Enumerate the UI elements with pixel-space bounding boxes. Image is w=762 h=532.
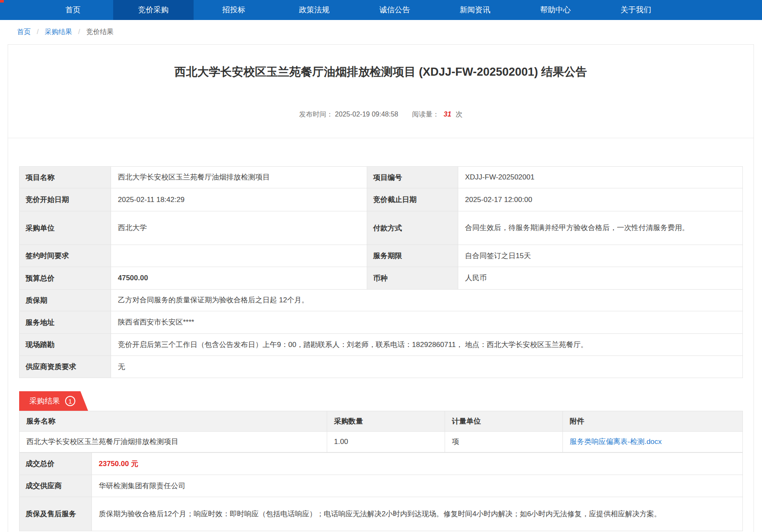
- table-row: 服务地址 陕西省西安市长安区****: [20, 311, 743, 334]
- warranty-label: 质保期: [20, 290, 111, 311]
- unit-cell: 项: [445, 432, 563, 452]
- nav-item-news[interactable]: 新闻资讯: [435, 0, 515, 20]
- table-row: 现场踏勘 竞价开启后第三个工作日（包含公告发布日）上午9：00，踏勘联系人：刘老…: [20, 334, 743, 356]
- quantity-header: 采购数量: [327, 411, 445, 432]
- deal-total-label: 成交总价: [20, 453, 92, 475]
- deal-supplier-value: 华研检测集团有限责任公司: [92, 475, 743, 497]
- site-visit-value: 竞价开启后第三个工作日（包含公告发布日）上午9：00，踏勘联系人：刘老师，联系电…: [111, 334, 743, 356]
- service-name-cell: 西北大学长安校区玉兰苑餐厅油烟排放检测项目: [20, 432, 327, 452]
- service-address-value: 陕西省西安市长安区****: [111, 311, 743, 334]
- project-code-label: 项目编号: [367, 167, 458, 188]
- service-period-label: 服务期限: [367, 245, 458, 267]
- breadcrumb-current: 竞价结果: [86, 28, 114, 35]
- corner-red-mark: [0, 0, 4, 3]
- top-navbar: 首页 竞价采购 招投标 政策法规 诚信公告 新闻资讯 帮助中心 关于我们: [0, 0, 762, 20]
- table-row: 签约时间要求 服务期限 自合同签订之日15天: [20, 245, 743, 267]
- nav-item-bidding-purchase[interactable]: 竞价采购: [113, 0, 194, 20]
- breadcrumb-separator: /: [78, 28, 80, 35]
- attachment-header: 附件: [563, 411, 743, 432]
- publish-time-label: 发布时间：: [299, 111, 333, 118]
- views-unit: 次: [456, 111, 462, 118]
- table-header-row: 服务名称 采购数量 计量单位 附件: [20, 411, 743, 432]
- breadcrumb-home-link[interactable]: 首页: [17, 28, 31, 35]
- deal-supplier-label: 成交供应商: [20, 475, 92, 497]
- table-row: 供应商资质要求 无: [20, 356, 743, 378]
- table-row: 质保及售后服务 质保期为验收合格后12个月；响应时效：即时响应（包括电话响应）；…: [20, 497, 743, 531]
- quantity-cell: 1.00: [327, 432, 445, 452]
- project-name-value: 西北大学长安校区玉兰苑餐厅油烟排放检测项目: [111, 167, 367, 188]
- service-address-label: 服务地址: [20, 311, 111, 334]
- breadcrumb: 首页 / 采购结果 / 竞价结果: [17, 27, 762, 37]
- bid-start-label: 竞价开始日期: [20, 188, 111, 211]
- page: { "colors": { "nav_blue": "#0d68be", "na…: [0, 0, 762, 532]
- breadcrumb-separator: /: [37, 28, 38, 35]
- payment-value: 合同生效后，待服务期满并经甲方验收合格后，一次性付清服务费用。: [458, 211, 743, 245]
- publish-info: 发布时间： 2025-02-19 09:48:58 阅读量： 31 次: [8, 110, 753, 119]
- qualification-label: 供应商资质要求: [20, 356, 111, 378]
- publish-time-value: 2025-02-19 09:48:58: [335, 111, 398, 118]
- unit-header: 计量单位: [445, 411, 563, 432]
- budget-value: 47500.00: [111, 267, 367, 290]
- views-count: 31: [444, 111, 451, 118]
- aftersale-value: 质保期为验收合格后12个月；响应时效：即时响应（包括电话响应）；电话响应无法解决…: [92, 497, 743, 531]
- project-code-value: XDJJ-FW-202502001: [458, 167, 743, 188]
- result-badge-label: 采购结果: [29, 396, 60, 406]
- table-row: 成交总价 23750.00 元: [20, 453, 743, 475]
- table-row: 成交供应商 华研检测集团有限责任公司: [20, 475, 743, 497]
- project-name-label: 项目名称: [20, 167, 111, 188]
- sign-time-label: 签约时间要求: [20, 245, 111, 267]
- bid-start-value: 2025-02-11 18:42:29: [111, 188, 367, 211]
- warranty-value: 乙方对合同服务的质量保证期为验收合格后之日起 12个月。: [111, 290, 743, 311]
- aftersale-label: 质保及售后服务: [20, 497, 92, 531]
- result-badge-number: 1: [65, 396, 75, 406]
- nav-item-home[interactable]: 首页: [33, 0, 113, 20]
- budget-label: 预算总价: [20, 267, 111, 290]
- table-row: 质保期 乙方对合同服务的质量保证期为验收合格后之日起 12个月。: [20, 290, 743, 311]
- nav-item-policies[interactable]: 政策法规: [274, 0, 354, 20]
- table-row: 项目名称 西北大学长安校区玉兰苑餐厅油烟排放检测项目 项目编号 XDJJ-FW-…: [20, 167, 743, 188]
- bid-end-value: 2025-02-17 12:00:00: [458, 188, 743, 211]
- deal-total-amount: 23750.00: [99, 460, 129, 468]
- payment-label: 付款方式: [367, 211, 458, 245]
- service-name-header: 服务名称: [20, 411, 327, 432]
- service-period-value: 自合同签订之日15天: [458, 245, 743, 267]
- buyer-label: 采购单位: [20, 211, 111, 245]
- result-summary-table: 成交总价 23750.00 元 成交供应商 华研检测集团有限责任公司 质保及售后…: [19, 452, 743, 531]
- nav-item-integrity-notice[interactable]: 诚信公告: [354, 0, 435, 20]
- table-row: 西北大学长安校区玉兰苑餐厅油烟排放检测项目 1.00 项 服务类响应偏离表-检测…: [20, 432, 743, 452]
- currency-value: 人民币: [458, 267, 743, 290]
- attachment-download-link[interactable]: 服务类响应偏离表-检测.docx: [570, 438, 662, 446]
- currency-label: 币种: [367, 267, 458, 290]
- site-visit-label: 现场踏勘: [20, 334, 111, 356]
- table-row: 采购单位 西北大学 付款方式 合同生效后，待服务期满并经甲方验收合格后，一次性付…: [20, 211, 743, 245]
- announcement-card: 西北大学长安校区玉兰苑餐厅油烟排放检测项目 (XDJJ-FW-202502001…: [8, 44, 754, 532]
- result-section-badge: 采购结果 1: [19, 391, 88, 411]
- page-title: 西北大学长安校区玉兰苑餐厅油烟排放检测项目 (XDJJ-FW-202502001…: [8, 64, 753, 80]
- detail-table: 项目名称 西北大学长安校区玉兰苑餐厅油烟排放检测项目 项目编号 XDJJ-FW-…: [19, 166, 743, 378]
- table-row: 预算总价 47500.00 币种 人民币: [20, 267, 743, 290]
- sign-time-value: [111, 245, 367, 267]
- breadcrumb-section-link[interactable]: 采购结果: [45, 28, 72, 35]
- qualification-value: 无: [111, 356, 743, 378]
- nav-item-tendering[interactable]: 招投标: [194, 0, 274, 20]
- bid-end-label: 竞价截止日期: [367, 188, 458, 211]
- attachment-cell: 服务类响应偏离表-检测.docx: [563, 432, 743, 452]
- buyer-value: 西北大学: [111, 211, 367, 245]
- result-table: 服务名称 采购数量 计量单位 附件 西北大学长安校区玉兰苑餐厅油烟排放检测项目 …: [19, 411, 743, 452]
- deal-total-value: 23750.00 元: [92, 453, 743, 475]
- views-label: 阅读量：: [412, 111, 439, 118]
- nav-item-help-center[interactable]: 帮助中心: [515, 0, 596, 20]
- title-divider: [8, 138, 753, 138]
- nav-item-about-us[interactable]: 关于我们: [596, 0, 676, 20]
- deal-total-unit: 元: [131, 460, 138, 468]
- table-row: 竞价开始日期 2025-02-11 18:42:29 竞价截止日期 2025-0…: [20, 188, 743, 211]
